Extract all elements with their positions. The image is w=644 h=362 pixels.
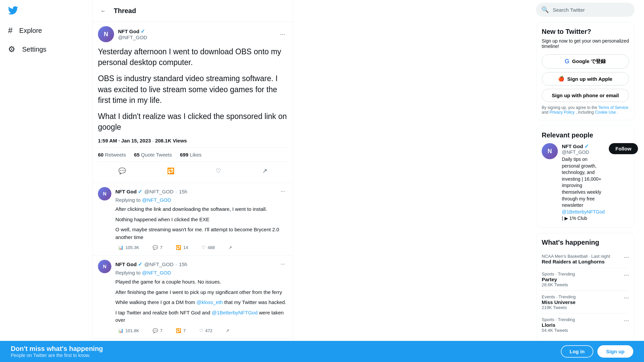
likes-stat[interactable]: 699 Likes [180,152,202,158]
gear-icon: ⚙ [8,45,15,54]
retweet-button[interactable]: 🔁 [164,165,177,177]
sidebar-item-explore[interactable]: # Explore [4,22,88,39]
cookie-use-link[interactable]: Cookie Use [595,110,616,115]
trending-category-0: NCAA Men's Basketball · Last night [542,254,610,259]
trending-more-icon-3[interactable]: ··· [624,317,629,324]
trending-item-2[interactable]: Events · Trending Miss Universe 219K Twe… [542,291,629,314]
reply2-name: NFT God ✓ [115,261,142,267]
reply2-line1: Played the game for a couple hours. No i… [115,278,288,286]
trending-more-icon-2[interactable]: ··· [624,294,629,301]
signup-title: New to Twitter? [542,28,629,36]
trending-item-1[interactable]: Sports · Trending Partey 28.6K Tweets ··… [542,268,629,291]
trending-name-2: Miss Universe [542,299,576,305]
comment-button[interactable]: 💬 [116,165,128,177]
author-name-text: NFT God [118,28,139,34]
retweets-stat[interactable]: 60 Retweets [98,152,126,158]
reply1-comments-count: 7 [160,245,162,250]
share-button[interactable]: ↗ [260,165,270,177]
terms-of-service-link[interactable]: Terms of Service [598,105,628,110]
kloss-eth-link[interactable]: @kloss_eth [197,299,223,305]
person-bio: Daily tips on personal growth, technolog… [562,156,605,222]
reply2-text: Played the game for a couple hours. No i… [115,278,288,324]
reply1-views[interactable]: 📊 105.3K [115,244,142,251]
reply1-avatar[interactable]: N [98,187,111,200]
sidebar-item-settings[interactable]: ⚙ Settings [4,41,88,58]
reply2-likes-count: 472 [205,328,213,333]
email-signup-button[interactable]: Sign up with phone or email [542,89,629,102]
person-bio-text: Daily tips on personal growth, technolog… [562,157,601,208]
tweet-meta: 1:59 AM · Jan 15, 2023 · 208.1K Views [98,138,288,143]
twitter-logo[interactable] [4,1,22,20]
reply1-actions: 📊 105.3K 💬 7 🔁 14 ♡ 488 [115,244,288,251]
reply1-comment-button[interactable]: 💬 7 [150,244,165,251]
more-options-button[interactable]: ··· [277,29,288,39]
banner-actions: Log in Sign up [561,345,633,358]
like-button[interactable]: ♡ [213,165,224,177]
search-icon: 🔍 [541,6,549,13]
retweets-label: Retweets [105,152,126,158]
apple-icon: 🍎 [558,76,565,82]
trending-category-1: Sports · Trending [542,272,575,277]
reply2-comment-button[interactable]: 💬 7 [150,327,165,335]
reply1-author: NFT God ✓ @NFT_GOD · 15h [115,188,187,195]
reply2-views[interactable]: 📊 101.8K [115,327,142,335]
reply1-reply-target[interactable]: @NFT_GOD [142,197,171,203]
tweet-paragraph-3: What I didn't realize was I clicked the … [98,111,288,132]
tweet-paragraph-2: OBS is industry standard video streaming… [98,73,288,106]
1betternft-link[interactable]: @1BetterbyNFTGod [212,310,258,315]
author-info: NFT God ✓ @NFT_GOD [118,28,273,40]
trending-item-0-info: NCAA Men's Basketball · Last night Red R… [542,254,610,264]
trending-item-3[interactable]: Sports · Trending Lloris 54.4K Tweets ··… [542,314,629,336]
person-bio-link1[interactable]: @1BetterbyNFTGod [562,209,605,215]
reply1-retweets-count: 14 [183,245,188,250]
apple-signup-button[interactable]: 🍎 Sign up with Apple [542,72,629,85]
person-name: NFT God ✓ [562,143,605,149]
reply2-reply-target[interactable]: @NFT_GOD [142,270,171,276]
reply1-comment-icon: 💬 [153,245,158,250]
reply2-avatar-placeholder: N [98,260,111,273]
banner-signup-button[interactable]: Sign up [597,345,633,358]
reply-tweet-1: N NFT God ✓ @NFT_GOD · 15h ··· [93,183,293,256]
reply1-replying-to: Replying to @NFT_GOD [115,197,288,203]
reply1-heart-icon: ♡ [202,245,206,250]
reply1-retweet-button[interactable]: 🔁 14 [173,244,191,251]
sidebar-explore-label: Explore [19,27,42,35]
trending-item-1-info: Sports · Trending Partey 28.6K Tweets [542,272,575,287]
quote-tweets-stat[interactable]: 65 Quote Tweets [134,152,172,158]
reply2-author: NFT God ✓ @NFT_GOD · 15h [115,261,187,267]
reply1-line3: O well, maybe streaming wasn't for me. I… [115,226,288,241]
reply2-line3: While walking there I got a DM from @klo… [115,299,288,306]
reply2-retweets-count: 7 [183,328,185,333]
twitter-bird-icon [8,5,18,15]
back-button[interactable]: ← [98,5,108,16]
back-arrow-icon: ← [101,8,106,14]
reply1-like-button[interactable]: ♡ 488 [199,244,218,251]
reply1-avatar-placeholder: N [98,187,111,200]
banner-login-button[interactable]: Log in [561,345,593,358]
reply2-share-button[interactable]: ↗ [223,327,232,335]
person-avatar[interactable]: N [542,143,558,159]
trending-item-3-info: Sports · Trending Lloris 54.4K Tweets [542,317,575,333]
reply1-share-button[interactable]: ↗ [226,244,235,251]
follow-button[interactable]: Follow [609,143,638,154]
reply2-retweet-button[interactable]: 🔁 7 [173,327,188,335]
google-signup-button[interactable]: G Google で登録 [542,54,629,69]
terms-including: , including [576,110,594,115]
trending-more-icon-0[interactable]: ··· [624,254,629,261]
search-input[interactable] [553,7,629,13]
privacy-policy-link[interactable]: Privacy Policy [549,110,575,115]
search-bar[interactable]: 🔍 [536,3,635,17]
reply2-more-button[interactable]: ··· [278,260,288,268]
trending-count-1: 28.6K Tweets [542,282,575,287]
reply2-actions: 📊 101.8K 💬 7 🔁 7 ♡ 472 [115,327,288,335]
trending-more-icon-1[interactable]: ··· [624,272,629,279]
reply2-like-button[interactable]: ♡ 472 [197,327,215,335]
reply1-more-button[interactable]: ··· [278,187,288,196]
left-sidebar: # Explore ⚙ Settings [0,0,92,362]
trending-item-0[interactable]: NCAA Men's Basketball · Last night Red R… [542,250,629,268]
avatar[interactable]: N [98,26,114,42]
whats-happening-section: What's happening NCAA Men's Basketball ·… [536,233,635,342]
person-info: NFT God ✓ @NFT_GOD Daily tips on persona… [562,143,605,222]
reply2-views-count: 101.8K [125,328,139,333]
reply2-avatar[interactable]: N [98,260,111,273]
